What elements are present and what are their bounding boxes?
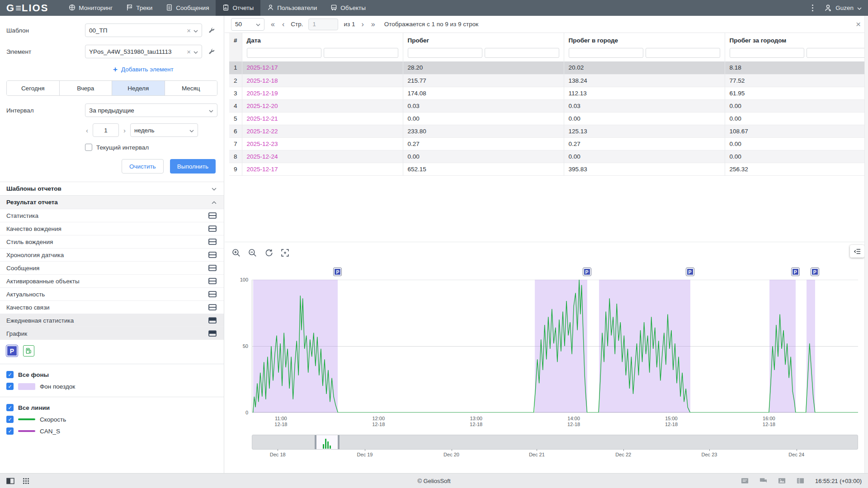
- interval-count-input[interactable]: [93, 123, 119, 137]
- zoom-in-icon[interactable]: [231, 248, 241, 258]
- section-report-templates[interactable]: Шаблоны отчетов: [0, 182, 224, 195]
- parking-marker[interactable]: P: [583, 268, 591, 276]
- messages-chat-icon[interactable]: [760, 478, 767, 484]
- speed-chart[interactable]: 050100PPPPP11:0012-1812:0012-1813:0012-1…: [252, 280, 858, 413]
- period-tab-0[interactable]: Сегодня: [7, 81, 59, 95]
- fit-screen-icon[interactable]: [280, 248, 290, 258]
- filter-input-min[interactable]: [247, 48, 321, 58]
- element-select[interactable]: YPos_A4W_531980_tau11113 ×: [85, 45, 202, 58]
- report-item[interactable]: Ежедневная статистика: [0, 314, 224, 327]
- filter-input-max[interactable]: [324, 48, 398, 58]
- template-select[interactable]: 00_ТП ×: [85, 23, 202, 37]
- zoom-reset-icon[interactable]: [264, 248, 274, 258]
- table-view-icon[interactable]: [208, 225, 217, 232]
- cell-date[interactable]: 2025-12-18: [242, 74, 403, 87]
- filter-input-max[interactable]: [485, 48, 559, 58]
- table-row[interactable]: 22025-12-18215.77138.2477.52: [229, 74, 868, 87]
- panel-layout-icon[interactable]: [6, 478, 14, 484]
- legend-checkbox[interactable]: ✓: [6, 427, 14, 435]
- column-header[interactable]: Пробег за городом: [725, 33, 868, 48]
- cell-date[interactable]: 2025-12-19: [242, 87, 403, 99]
- zoom-out-icon[interactable]: [247, 248, 257, 258]
- table-view-icon[interactable]: [208, 212, 217, 219]
- decrement-icon[interactable]: ‹: [85, 127, 89, 134]
- report-item[interactable]: Сообщения: [0, 261, 224, 274]
- report-item[interactable]: Актуальность: [0, 287, 224, 300]
- report-item[interactable]: График: [0, 327, 224, 340]
- table-view-icon[interactable]: [208, 265, 217, 271]
- table-row[interactable]: 72025-12-230.270.270.00: [229, 137, 868, 150]
- cell-date[interactable]: 2025-12-17: [242, 61, 403, 74]
- table-row[interactable]: 32025-12-19174.08112.1361.95: [229, 87, 868, 99]
- fuel-marker-toggle[interactable]: [23, 345, 34, 357]
- increment-icon[interactable]: ›: [123, 127, 127, 134]
- table-view-icon[interactable]: [208, 252, 217, 258]
- template-settings-wrench-icon[interactable]: [206, 24, 217, 36]
- filter-input-max[interactable]: [646, 48, 720, 58]
- table-row[interactable]: 82025-12-240.000.000.00: [229, 150, 868, 163]
- column-header[interactable]: Дата: [242, 33, 403, 48]
- kebab-menu-icon[interactable]: [809, 5, 816, 12]
- clear-button[interactable]: Очистить: [122, 159, 164, 174]
- report-item[interactable]: Стиль вождения: [0, 235, 224, 248]
- column-header[interactable]: Пробег в городе: [564, 33, 725, 48]
- legend-checkbox[interactable]: ✓: [6, 404, 14, 411]
- cell-date[interactable]: 2025-12-21: [242, 112, 403, 125]
- log-list-icon[interactable]: [741, 478, 749, 484]
- element-settings-wrench-icon[interactable]: [206, 46, 217, 57]
- cell-date[interactable]: 2025-12-24: [242, 150, 403, 163]
- interval-unit-select[interactable]: недель: [130, 123, 198, 137]
- run-button[interactable]: Выполнить: [170, 159, 216, 174]
- report-doc-icon[interactable]: [797, 478, 804, 484]
- legend-checkbox[interactable]: ✓: [6, 371, 14, 378]
- parking-marker-toggle[interactable]: P: [6, 345, 18, 357]
- last-page-button[interactable]: »: [370, 20, 376, 28]
- parking-marker[interactable]: P: [811, 268, 819, 276]
- table-row[interactable]: 12025-12-1728.2020.028.18: [229, 61, 868, 74]
- interval-mode-select[interactable]: За предыдущие: [85, 103, 217, 117]
- report-item[interactable]: Хронология датчика: [0, 248, 224, 261]
- cell-date[interactable]: 2025-12-17: [242, 163, 403, 175]
- section-report-result[interactable]: Результат отчета: [0, 195, 224, 209]
- table-view-icon[interactable]: [208, 239, 217, 245]
- table-view-icon[interactable]: [208, 278, 217, 284]
- table-row[interactable]: 42025-12-200.030.030.00: [229, 99, 868, 112]
- cell-date[interactable]: 2025-12-22: [242, 125, 403, 137]
- table-view-icon[interactable]: [208, 330, 217, 337]
- column-header[interactable]: Пробег: [403, 33, 564, 48]
- nav-item-objects-vehicle[interactable]: Объекты: [324, 0, 373, 16]
- chart-collapse-button[interactable]: [850, 245, 864, 258]
- next-page-button[interactable]: ›: [360, 20, 364, 28]
- apps-grid-icon[interactable]: [23, 478, 29, 484]
- filter-input-min[interactable]: [569, 48, 643, 58]
- current-interval-checkbox[interactable]: [85, 144, 92, 151]
- parking-marker[interactable]: P: [792, 268, 799, 276]
- page-size-select[interactable]: 50: [231, 18, 264, 31]
- table-row[interactable]: 92025-12-17652.15395.83256.32: [229, 163, 868, 175]
- template-clear-icon[interactable]: ×: [184, 27, 193, 34]
- legend-checkbox[interactable]: ✓: [6, 416, 14, 423]
- user-menu[interactable]: Guzen: [824, 4, 862, 12]
- prev-page-button[interactable]: ‹: [281, 20, 285, 28]
- nav-item-messages-page[interactable]: Сообщения: [159, 0, 216, 16]
- period-tab-2[interactable]: Неделя: [112, 81, 165, 95]
- report-item[interactable]: Качество вождения: [0, 222, 224, 235]
- table-row[interactable]: 62025-12-22233.80125.13108.67: [229, 125, 868, 137]
- report-item[interactable]: Статистика: [0, 209, 224, 222]
- filter-input-max[interactable]: [807, 48, 868, 58]
- filter-input-min[interactable]: [730, 48, 804, 58]
- nav-item-tracks-flag[interactable]: Треки: [119, 0, 159, 16]
- filter-input-min[interactable]: [408, 48, 482, 58]
- nav-item-reports-clipboard[interactable]: Отчеты: [216, 0, 260, 16]
- page-number-input[interactable]: [308, 19, 338, 30]
- table-view-icon[interactable]: [208, 317, 217, 324]
- column-header[interactable]: #: [229, 33, 242, 48]
- report-item[interactable]: Качество связи: [0, 300, 224, 314]
- parking-marker[interactable]: P: [686, 268, 694, 276]
- nav-item-users-person[interactable]: Пользователи: [260, 0, 324, 16]
- cell-date[interactable]: 2025-12-23: [242, 137, 403, 150]
- legend-checkbox[interactable]: ✓: [6, 383, 14, 390]
- period-tab-3[interactable]: Месяц: [165, 81, 217, 95]
- table-row[interactable]: 52025-12-210.000.000.00: [229, 112, 868, 125]
- table-view-icon[interactable]: [208, 304, 217, 310]
